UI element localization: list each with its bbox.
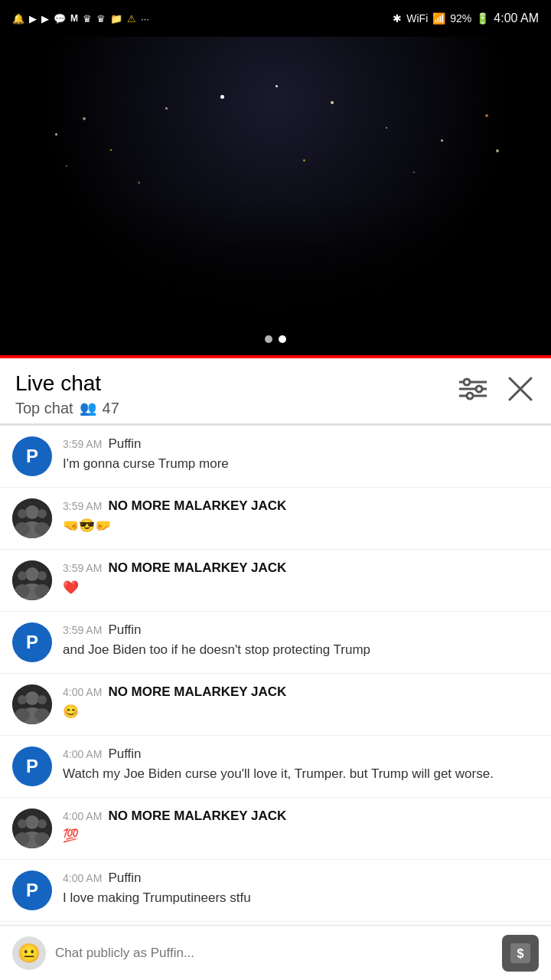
mastodon-icon: M xyxy=(70,13,78,24)
status-bar: 🔔 ▶ ▶ 💬 M ♛ ♛ 📁 ⚠ ··· ✱ WiFi 📶 92% 🔋 4:0… xyxy=(0,0,551,37)
message-content: 3:59 AMNO MORE MALARKEY JACK ❤️ xyxy=(63,560,539,597)
crown2-icon: ♛ xyxy=(96,13,106,24)
svg-text:$: $ xyxy=(517,947,524,960)
message-time: 4:00 AM xyxy=(63,872,102,884)
svg-point-26 xyxy=(15,708,30,722)
dots-icon: ··· xyxy=(141,13,149,24)
svg-point-33 xyxy=(15,832,30,846)
message-content: 4:00 AMPuffinI love making Trumputineers… xyxy=(63,871,539,907)
status-right-icons: ✱ WiFi 📶 92% 🔋 4:00 AM xyxy=(393,11,539,25)
avatar: P xyxy=(12,746,52,786)
svg-point-34 xyxy=(37,819,47,828)
message-text: ❤️ xyxy=(63,579,539,597)
message-author: Puffin xyxy=(108,746,141,762)
svg-point-9 xyxy=(25,505,39,519)
notification-icon: 🔔 xyxy=(12,13,24,24)
message-author: Puffin xyxy=(108,871,141,886)
chat-header-title-area: Live chat Top chat 👥 47 xyxy=(15,371,119,417)
chat-icon: 💬 xyxy=(54,13,66,24)
svg-point-16 xyxy=(25,567,39,581)
dollar-icon: $ xyxy=(510,942,531,964)
send-action-button[interactable]: $ xyxy=(502,935,539,972)
svg-point-27 xyxy=(37,695,47,704)
svg-point-5 xyxy=(467,393,473,399)
svg-point-20 xyxy=(37,571,47,580)
message-text: 💯 xyxy=(63,827,539,845)
chat-header-actions xyxy=(456,374,536,404)
bluetooth-icon: ✱ xyxy=(393,12,402,24)
message-text: 😊 xyxy=(63,703,539,721)
message-meta: 4:00 AMNO MORE MALARKEY JACK xyxy=(63,808,539,824)
message-text: I love making Trumputineers stfu xyxy=(63,889,539,907)
crown-icon: ♛ xyxy=(83,13,92,24)
avatar: P xyxy=(12,622,52,662)
folder-icon: 📁 xyxy=(110,13,122,24)
message-time: 4:00 AM xyxy=(63,686,102,698)
svg-point-28 xyxy=(34,708,50,722)
message-meta: 4:00 AMNO MORE MALARKEY JACK xyxy=(63,684,539,700)
emoji-button[interactable]: 😐 xyxy=(12,936,46,970)
svg-point-25 xyxy=(18,695,27,704)
avatar xyxy=(12,560,52,600)
message-content: 3:59 AMPuffinand Joe Biden too if he doe… xyxy=(63,622,539,659)
clock: 4:00 AM xyxy=(494,11,539,25)
message-time: 3:59 AM xyxy=(63,438,102,450)
message-content: 3:59 AMPuffinI'm gonna curse Trump more xyxy=(63,436,539,473)
avatar: P xyxy=(12,436,52,476)
list-item: 3:59 AMNO MORE MALARKEY JACK 🤜😎🤛 xyxy=(0,488,551,550)
message-author: NO MORE MALARKEY JACK xyxy=(108,684,286,700)
svg-point-35 xyxy=(34,832,50,846)
chat-input-field[interactable] xyxy=(55,946,493,961)
svg-point-3 xyxy=(464,379,470,385)
people-icon: 👥 xyxy=(80,400,96,416)
svg-point-30 xyxy=(25,815,39,829)
chat-input-bar: 😐 $ xyxy=(0,925,551,980)
avatar xyxy=(12,498,52,538)
list-item: P3:59 AMPuffinI'm gonna curse Trump more xyxy=(0,426,551,488)
svg-point-18 xyxy=(18,571,27,580)
svg-point-12 xyxy=(15,522,30,536)
progress-bar[interactable] xyxy=(0,355,551,358)
message-content: 4:00 AMPuffinWatch my Joe Biden curse yo… xyxy=(63,746,539,783)
avatar xyxy=(12,808,52,848)
chat-subtitle-row: Top chat 👥 47 xyxy=(15,400,119,417)
svg-point-14 xyxy=(34,522,50,536)
message-time: 4:00 AM xyxy=(63,748,102,760)
message-content: 4:00 AMNO MORE MALARKEY JACK 💯 xyxy=(63,808,539,845)
list-item: 4:00 AMNO MORE MALARKEY JACK 😊 xyxy=(0,674,551,736)
svg-point-13 xyxy=(37,509,47,518)
message-author: NO MORE MALARKEY JACK xyxy=(108,498,286,514)
filter-button[interactable] xyxy=(456,374,490,403)
svg-point-19 xyxy=(15,584,30,598)
close-button[interactable] xyxy=(505,374,536,404)
message-content: 4:00 AMNO MORE MALARKEY JACK 😊 xyxy=(63,684,539,721)
message-text: 🤜😎🤛 xyxy=(63,517,539,535)
list-item: 4:00 AMNO MORE MALARKEY JACK 💯 xyxy=(0,798,551,860)
message-text: and Joe Biden too if he doesn't stop pro… xyxy=(63,641,539,659)
chat-header: Live chat Top chat 👥 47 xyxy=(0,358,551,424)
list-item: P4:00 AMPuffinWatch my Joe Biden curse y… xyxy=(0,736,551,798)
battery-percent: 92% xyxy=(450,12,471,24)
list-item: P3:59 AMPuffinand Joe Biden too if he do… xyxy=(0,612,551,674)
message-text: I'm gonna curse Trump more xyxy=(63,455,539,473)
message-meta: 3:59 AMNO MORE MALARKEY JACK xyxy=(63,498,539,514)
message-time: 3:59 AM xyxy=(63,624,102,636)
signal-icon: 📶 xyxy=(432,12,445,24)
message-author: Puffin xyxy=(108,436,141,452)
close-icon xyxy=(508,377,533,401)
battery-icon: 🔋 xyxy=(476,12,489,24)
message-author: Puffin xyxy=(108,622,141,638)
messages-list: P3:59 AMPuffinI'm gonna curse Trump more… xyxy=(0,426,551,980)
message-meta: 4:00 AMPuffin xyxy=(63,746,539,762)
top-chat-label: Top chat xyxy=(15,400,73,417)
svg-point-11 xyxy=(18,509,27,518)
avatar: P xyxy=(12,871,52,910)
wifi-icon: WiFi xyxy=(406,12,428,24)
svg-point-21 xyxy=(34,584,50,598)
video-player[interactable] xyxy=(0,37,551,358)
message-meta: 3:59 AMPuffin xyxy=(63,436,539,452)
emoji-face-icon: 😐 xyxy=(18,942,41,964)
message-author: NO MORE MALARKEY JACK xyxy=(108,808,286,824)
list-item: 3:59 AMNO MORE MALARKEY JACK ❤️ xyxy=(0,550,551,612)
svg-point-23 xyxy=(25,691,39,705)
